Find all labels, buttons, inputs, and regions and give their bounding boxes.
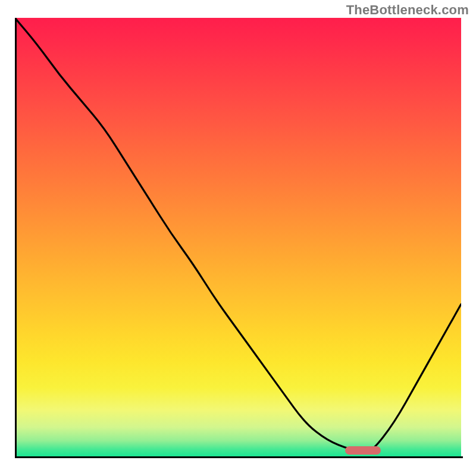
- curve-svg: [15, 18, 461, 458]
- plot-area: [15, 18, 461, 458]
- chart-stage: TheBottleneck.com: [0, 0, 476, 476]
- series-curve: [15, 18, 461, 452]
- y-axis-line: [15, 18, 17, 458]
- x-axis-line: [15, 456, 463, 458]
- optimum-marker: [345, 446, 381, 455]
- watermark-text: TheBottleneck.com: [346, 2, 469, 18]
